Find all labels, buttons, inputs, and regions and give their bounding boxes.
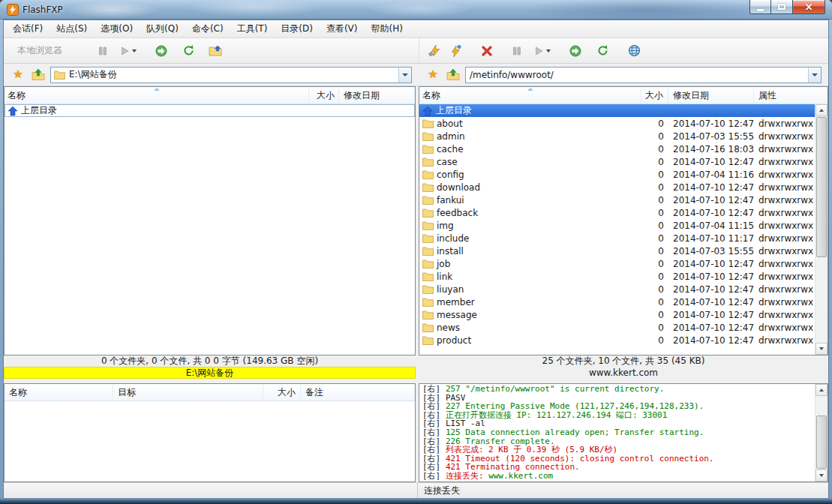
pause-icon <box>98 46 108 56</box>
file-date: 2014-07-10 12:47 <box>668 182 754 193</box>
connect-button[interactable] <box>424 41 445 61</box>
remote-file-row[interactable]: about 0 2014-07-10 12:47 drwxrwxrwx <box>419 117 815 130</box>
scrollbar-thumb[interactable] <box>816 416 827 469</box>
chevron-down-icon <box>402 74 408 76</box>
minimize-icon <box>757 9 764 11</box>
menu-item-7[interactable]: 目录(D) <box>274 20 320 38</box>
file-name: include <box>437 233 469 244</box>
pause-icon <box>512 46 522 56</box>
log-link[interactable]: www.kkert.com <box>488 471 553 481</box>
queue-header-name[interactable]: 名称 <box>5 384 113 400</box>
scrollbar-track[interactable] <box>815 116 827 343</box>
file-name: download <box>437 182 480 193</box>
folder-icon <box>422 297 434 307</box>
remote-file-row[interactable]: install 0 2014-07-03 15:55 drwxrwxrwx <box>419 244 815 257</box>
remote-path-combobox[interactable]: /metinfo/wwwroot/ <box>465 67 821 83</box>
local-favorites-button[interactable]: ★ <box>10 67 26 83</box>
local-start-queue-button[interactable] <box>113 41 142 61</box>
local-path-combobox[interactable]: E:\网站备份 <box>50 67 412 83</box>
file-size: 0 <box>641 144 668 154</box>
remote-file-row[interactable]: admin 0 2014-07-03 15:55 drwxrwxrwx <box>419 130 815 142</box>
file-attr: drwxrwxrwx <box>754 246 815 256</box>
status-bar-left-section <box>4 483 418 499</box>
maximize-button[interactable] <box>771 0 792 14</box>
remote-file-row[interactable]: config 0 2014-07-04 11:16 drwxrwxrwx <box>419 168 815 181</box>
local-header-size[interactable]: 大小 <box>309 87 339 104</box>
remote-pause-button[interactable] <box>506 41 527 61</box>
menu-item-4[interactable]: 队列(Q) <box>140 20 185 38</box>
remote-file-row[interactable]: link 0 2014-07-10 12:47 drwxrwxrwx <box>419 270 815 283</box>
title-bar[interactable]: FlashFXP × <box>0 0 832 20</box>
remote-parent-directory-button[interactable] <box>445 67 461 83</box>
close-button[interactable]: × <box>792 0 825 14</box>
remote-header-size[interactable]: 大小 <box>641 87 668 104</box>
file-name: config <box>437 170 464 180</box>
remote-refresh-button[interactable] <box>592 41 613 61</box>
remote-file-row[interactable]: case 0 2014-07-10 12:47 drwxrwxrwx <box>419 155 815 168</box>
folder-up-icon <box>32 69 45 81</box>
site-globe-button[interactable] <box>623 41 644 61</box>
menu-item-6[interactable]: 工具(T) <box>230 20 275 38</box>
scroll-up-button[interactable] <box>815 104 827 116</box>
remote-start-queue-button[interactable] <box>527 41 556 61</box>
connect-bolt-icon <box>428 44 441 58</box>
scroll-up-button[interactable] <box>815 384 827 396</box>
local-parent-directory-button[interactable] <box>30 67 47 83</box>
local-refresh-button[interactable] <box>178 41 199 61</box>
local-browser-label[interactable]: 本地浏览器 <box>11 41 68 60</box>
local-browse-folder-button[interactable] <box>205 41 226 61</box>
remote-parent-directory-row[interactable]: 上层目录 <box>419 104 815 117</box>
remote-file-row[interactable]: fankui 0 2014-07-10 12:47 drwxrwxrwx <box>419 194 815 206</box>
file-size: 0 <box>641 157 668 167</box>
log-scrollbar[interactable] <box>815 384 827 482</box>
remote-file-row[interactable]: product 0 2014-07-10 12:47 drwxrwxrwx <box>419 334 815 346</box>
file-attr: drwxrwxrwx <box>754 259 815 269</box>
remote-list-scrollbar[interactable] <box>815 104 827 355</box>
scroll-down-button[interactable] <box>815 470 827 482</box>
remote-favorites-button[interactable]: ★ <box>425 67 441 83</box>
remote-transfer-button[interactable] <box>565 41 586 61</box>
remote-file-row[interactable]: message 0 2014-07-10 12:47 drwxrwxrwx <box>419 308 815 321</box>
local-pause-button[interactable] <box>92 41 113 61</box>
folder-icon <box>422 335 434 345</box>
remote-file-row[interactable]: include 0 2014-07-10 11:17 drwxrwxrwx <box>419 232 815 244</box>
local-header-name[interactable]: 名称 <box>5 87 309 104</box>
scroll-down-button[interactable] <box>815 343 827 355</box>
abort-button[interactable] <box>476 41 497 61</box>
remote-status-counts: 25 个文件夹, 10 个文件, 共 35 (45 KB) <box>419 356 828 367</box>
menu-item-3[interactable]: 选项(O) <box>94 20 140 38</box>
remote-header-attr[interactable]: 属性 <box>754 87 827 104</box>
menu-item-2[interactable]: 站点(S) <box>50 20 94 38</box>
remote-file-row[interactable]: download 0 2014-07-10 12:47 drwxrwxrwx <box>419 181 815 194</box>
scrollbar-track[interactable] <box>815 396 827 470</box>
remote-file-row[interactable]: job 0 2014-07-10 12:47 drwxrwxrwx <box>419 257 815 270</box>
scrollbar-thumb[interactable] <box>816 117 827 257</box>
folder-icon <box>422 284 434 294</box>
queue-header-size[interactable]: 大小 <box>263 384 301 400</box>
remote-file-row[interactable]: cache 0 2014-07-16 18:03 drwxrwxrwx <box>419 142 815 155</box>
remote-file-row[interactable]: member 0 2014-07-10 12:47 drwxrwxrwx <box>419 296 815 308</box>
queue-header-target[interactable]: 目标 <box>113 384 263 400</box>
local-header-date[interactable]: 修改日期 <box>339 87 415 104</box>
remote-file-row[interactable]: feedback 0 2014-07-10 12:47 drwxrwxrwx <box>419 206 815 219</box>
queue-header-note[interactable]: 备注 <box>301 384 415 400</box>
menu-item-8[interactable]: 查看(V) <box>320 20 365 38</box>
menu-item-5[interactable]: 命令(C) <box>185 20 230 38</box>
menu-item-1[interactable]: 会话(F) <box>6 20 50 38</box>
remote-header-date[interactable]: 修改日期 <box>668 87 754 104</box>
quick-connect-button[interactable] <box>445 41 466 61</box>
remote-file-row[interactable]: news 0 2014-07-10 12:47 drwxrwxrwx <box>419 321 815 334</box>
remote-file-row[interactable]: liuyan 0 2014-07-10 12:47 drwxrwxrwx <box>419 283 815 296</box>
remote-path-dropdown-button[interactable] <box>808 68 821 82</box>
remote-file-row[interactable]: img 0 2014-07-04 11:15 drwxrwxrwx <box>419 219 815 232</box>
window-title: FlashFXP <box>23 4 63 15</box>
file-size: 0 <box>641 246 668 256</box>
minimize-button[interactable] <box>749 0 771 14</box>
menu-item-9[interactable]: 帮助(H) <box>365 20 410 38</box>
remote-header-name[interactable]: 名称 <box>419 87 641 104</box>
file-name: admin <box>437 131 465 142</box>
local-parent-directory-row[interactable]: 上层目录 <box>5 104 415 117</box>
path-row: ★ E:\网站备份 ★ /metinfo/wwwroot/ <box>4 64 828 86</box>
local-transfer-button[interactable] <box>151 41 172 61</box>
local-path-dropdown-button[interactable] <box>398 68 411 82</box>
